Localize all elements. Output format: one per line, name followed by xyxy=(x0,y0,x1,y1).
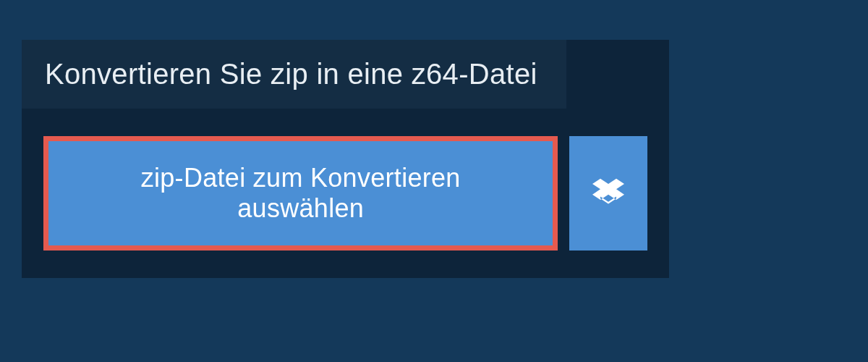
choose-file-label: zip-Datei zum Konvertieren auswählen xyxy=(79,163,522,224)
page-title: Konvertieren Sie zip in eine z64-Datei xyxy=(45,58,537,90)
heading-bar: Konvertieren Sie zip in eine z64-Datei xyxy=(22,40,566,109)
button-row: zip-Datei zum Konvertieren auswählen xyxy=(22,109,669,278)
converter-panel: Konvertieren Sie zip in eine z64-Datei z… xyxy=(22,40,669,278)
dropbox-button[interactable] xyxy=(569,136,647,251)
choose-file-button[interactable]: zip-Datei zum Konvertieren auswählen xyxy=(43,136,558,251)
dropbox-icon xyxy=(592,176,624,211)
